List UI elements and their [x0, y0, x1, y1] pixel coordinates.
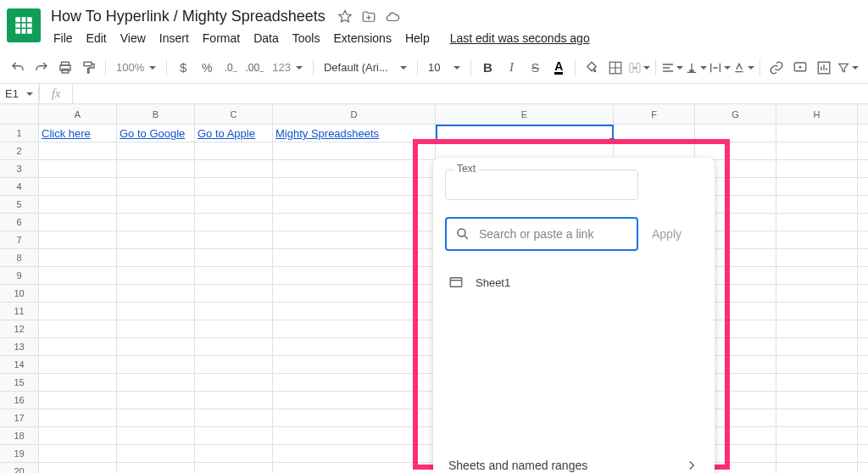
font-size-dropdown[interactable]: 10	[423, 61, 465, 74]
font-dropdown[interactable]: Default (Ari...	[319, 61, 412, 74]
menu-file[interactable]: File	[47, 28, 79, 48]
cell[interactable]: Go to Apple	[195, 125, 273, 142]
cell[interactable]	[776, 178, 858, 195]
cell[interactable]	[117, 427, 195, 444]
cell[interactable]	[117, 178, 195, 195]
cell[interactable]	[39, 392, 117, 409]
row-header[interactable]: 11	[0, 303, 39, 320]
name-box[interactable]: E1	[0, 87, 39, 100]
cell[interactable]	[273, 427, 436, 444]
menu-extensions[interactable]: Extensions	[327, 28, 397, 48]
cell[interactable]	[117, 214, 195, 231]
cell[interactable]	[195, 409, 273, 426]
row-header[interactable]: 13	[0, 338, 39, 355]
print-icon[interactable]	[54, 57, 76, 79]
cell[interactable]	[776, 285, 858, 302]
cell[interactable]	[273, 285, 436, 302]
cell[interactable]	[273, 356, 436, 373]
row-header[interactable]: 2	[0, 142, 39, 159]
cell[interactable]	[39, 409, 117, 426]
col-header[interactable]: A	[39, 104, 117, 124]
chart-icon[interactable]	[813, 57, 835, 79]
cell[interactable]	[776, 303, 858, 320]
cell[interactable]	[776, 445, 858, 462]
cell[interactable]	[273, 214, 436, 231]
cell[interactable]	[39, 356, 117, 373]
cell[interactable]	[195, 196, 273, 213]
cell[interactable]	[117, 249, 195, 266]
cell[interactable]	[195, 463, 273, 473]
cell[interactable]	[195, 338, 273, 355]
format-dropdown[interactable]: 123	[267, 61, 308, 74]
undo-icon[interactable]	[7, 57, 29, 79]
cell[interactable]	[39, 463, 117, 473]
cell[interactable]	[39, 231, 117, 248]
cell[interactable]	[436, 142, 614, 159]
cell[interactable]	[776, 249, 858, 266]
cell[interactable]	[776, 214, 858, 231]
cell[interactable]	[117, 160, 195, 177]
cell[interactable]	[39, 142, 117, 159]
cell[interactable]	[117, 142, 195, 159]
col-header[interactable]: D	[273, 104, 436, 124]
cell[interactable]	[273, 160, 436, 177]
cell[interactable]	[195, 160, 273, 177]
row-header[interactable]: 4	[0, 178, 39, 195]
cell[interactable]	[195, 267, 273, 284]
cell[interactable]	[776, 356, 858, 373]
cell[interactable]	[273, 463, 436, 473]
cell[interactable]	[39, 267, 117, 284]
row-header[interactable]: 12	[0, 320, 39, 337]
cell[interactable]: Go to Google	[117, 125, 195, 142]
cell[interactable]	[273, 196, 436, 213]
cell[interactable]	[195, 445, 273, 462]
cell[interactable]	[273, 178, 436, 195]
cell[interactable]	[776, 392, 858, 409]
link-search-input[interactable]	[445, 217, 638, 251]
cell[interactable]	[776, 142, 858, 159]
row-header[interactable]: 15	[0, 374, 39, 391]
cell[interactable]	[117, 320, 195, 337]
cell[interactable]	[39, 160, 117, 177]
doc-title[interactable]: How To Hyperlink / Mighty Spreadsheets	[47, 7, 329, 26]
row-header[interactable]: 14	[0, 356, 39, 373]
link-sheet-item[interactable]: Sheet1	[445, 268, 703, 297]
row-header[interactable]: 16	[0, 392, 39, 409]
cell[interactable]	[195, 249, 273, 266]
cell[interactable]	[39, 178, 117, 195]
rotate-icon[interactable]	[732, 57, 754, 79]
cloud-icon[interactable]	[385, 9, 400, 25]
cell[interactable]	[776, 125, 858, 142]
cell[interactable]	[195, 214, 273, 231]
cell[interactable]	[273, 267, 436, 284]
cell[interactable]	[39, 445, 117, 462]
cell[interactable]	[39, 249, 117, 266]
col-header[interactable]: F	[614, 104, 695, 124]
paint-format-icon[interactable]	[78, 57, 100, 79]
row-header[interactable]: 19	[0, 445, 39, 462]
increase-decimal-icon[interactable]: .00_	[243, 57, 265, 79]
fill-color-icon[interactable]	[581, 57, 603, 79]
row-header[interactable]: 1	[0, 125, 39, 142]
cell[interactable]	[273, 445, 436, 462]
decrease-decimal-icon[interactable]: .0_	[220, 57, 242, 79]
cell[interactable]	[195, 285, 273, 302]
row-header[interactable]: 9	[0, 267, 39, 284]
cell[interactable]	[776, 267, 858, 284]
strike-icon[interactable]: S	[524, 57, 546, 79]
row-header[interactable]: 6	[0, 214, 39, 231]
cell[interactable]	[117, 392, 195, 409]
sheets-logo[interactable]	[7, 8, 41, 42]
cell[interactable]	[195, 356, 273, 373]
col-header[interactable]: B	[117, 104, 195, 124]
menu-edit[interactable]: Edit	[81, 28, 113, 48]
apply-button[interactable]: Apply	[652, 227, 682, 241]
menu-view[interactable]: View	[114, 28, 152, 48]
menu-help[interactable]: Help	[399, 28, 436, 48]
cell[interactable]	[195, 392, 273, 409]
cell[interactable]	[39, 196, 117, 213]
cell[interactable]	[695, 125, 776, 142]
cell[interactable]	[117, 231, 195, 248]
cell[interactable]	[117, 356, 195, 373]
row-header[interactable]: 3	[0, 160, 39, 177]
